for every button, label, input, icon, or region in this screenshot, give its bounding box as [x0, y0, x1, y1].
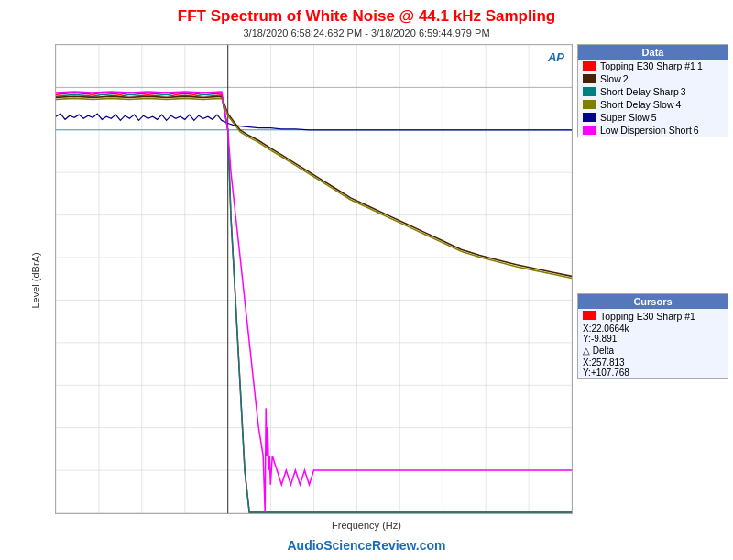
- y-axis-label: Level (dBrA): [30, 252, 41, 308]
- color-swatch-5: [583, 113, 596, 122]
- cursor-item-1: Topping E30 Sharp #1: [578, 309, 728, 324]
- main-container: FFT Spectrum of White Noise @ 44.1 kHz S…: [0, 0, 733, 560]
- legend-label-4: Short Delay Slow: [600, 99, 674, 110]
- legend-label-2: Slow: [600, 73, 621, 84]
- chart-subtitle: 3/18/2020 6:58:24.682 PM - 3/18/2020 6:5…: [0, 27, 733, 38]
- cursor-y-value: Y:-9.891: [578, 334, 728, 344]
- watermark: AudioScienceReview.com: [288, 538, 446, 553]
- x-axis-label: Frequency (Hz): [332, 520, 401, 531]
- legend-panel: Data Topping E30 Sharp #1 1 Slow 2 Short…: [577, 44, 728, 137]
- legend-number-2: 2: [623, 73, 629, 84]
- cursor-name-1: Topping E30 Sharp #1: [600, 311, 695, 322]
- list-item: Low Dispersion Short 6: [578, 124, 728, 137]
- delta-label: △ Delta: [578, 344, 728, 357]
- cursor-x-value: X:22.0664k: [578, 324, 728, 334]
- legend-label-6: Low Dispersion Short: [600, 125, 692, 136]
- legend-number-5: 5: [651, 112, 657, 123]
- legend-number-1: 1: [697, 60, 703, 71]
- list-item: Short Delay Sharp 3: [578, 85, 728, 98]
- chart-svg: +10 0 -10 -20 -30 -40 -50 -60 -70 -80 -9…: [56, 45, 572, 513]
- color-swatch-6: [583, 126, 596, 135]
- cursors-header: Cursors: [578, 294, 728, 309]
- color-swatch-4: [583, 100, 596, 109]
- color-swatch-3: [583, 87, 596, 96]
- color-swatch-1: [583, 61, 596, 71]
- cursors-panel: Cursors Topping E30 Sharp #1 X:22.0664k …: [577, 293, 728, 379]
- chart-title: FFT Spectrum of White Noise @ 44.1 kHz S…: [0, 0, 733, 26]
- legend-label-5: Super Slow: [600, 112, 650, 123]
- list-item: Super Slow 5: [578, 111, 728, 124]
- chart-area: AP: [55, 44, 573, 514]
- list-item: Topping E30 Sharp #1 1: [578, 60, 728, 72]
- legend-number-3: 3: [681, 86, 686, 97]
- list-item: Slow 2: [578, 72, 728, 85]
- cursor-color-1: [583, 311, 596, 320]
- color-swatch-2: [583, 74, 596, 83]
- legend-header: Data: [578, 45, 728, 60]
- ap-logo: AP: [548, 50, 564, 64]
- legend-number-4: 4: [676, 99, 682, 110]
- delta-y-value: Y:+107.768: [578, 368, 728, 378]
- legend-label-3: Short Delay Sharp: [600, 86, 679, 97]
- legend-number-6: 6: [694, 125, 699, 136]
- delta-x-value: X:257.813: [578, 357, 728, 368]
- list-item: Short Delay Slow 4: [578, 98, 728, 111]
- legend-label-1: Topping E30 Sharp #1: [600, 60, 695, 71]
